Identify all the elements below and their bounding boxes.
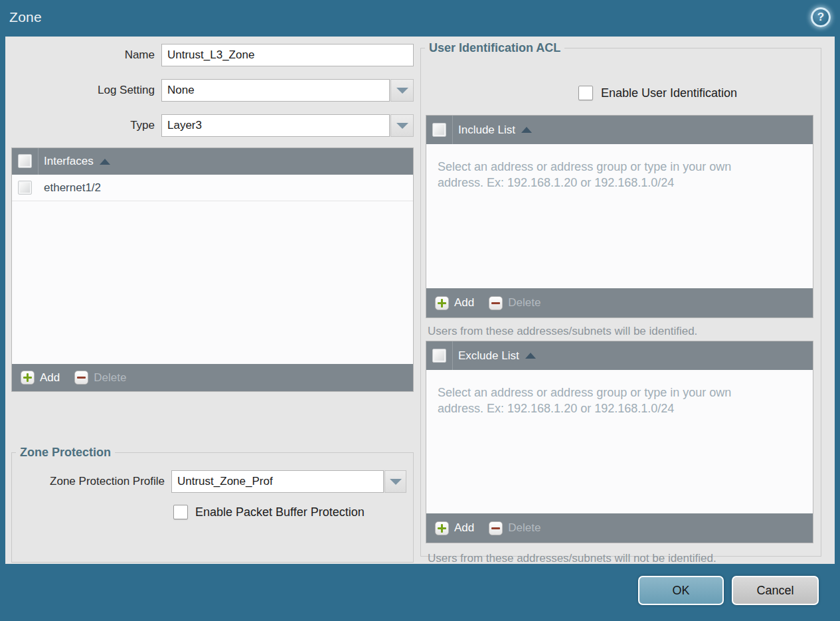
delete-label: Delete bbox=[508, 296, 541, 310]
log-setting-label: Log Setting bbox=[5, 79, 155, 102]
log-setting-dropdown-button[interactable] bbox=[390, 79, 414, 102]
zone-protection-section: Zone Protection Zone Protection Profile … bbox=[11, 446, 414, 563]
delete-include-button[interactable]: Delete bbox=[489, 296, 541, 310]
add-label: Add bbox=[40, 371, 60, 385]
include-list-body: Select an address or address group or ty… bbox=[426, 144, 813, 288]
log-setting-select[interactable]: None bbox=[161, 79, 414, 102]
exclude-list-placeholder: Select an address or address group or ty… bbox=[438, 385, 773, 416]
exclude-header-checkbox-cell bbox=[426, 341, 453, 370]
exclude-select-all-checkbox[interactable] bbox=[432, 349, 446, 363]
zone-protection-legend: Zone Protection bbox=[16, 446, 115, 460]
add-label: Add bbox=[454, 296, 474, 310]
packet-buffer-label: Enable Packet Buffer Protection bbox=[195, 505, 365, 519]
interfaces-table-toolbar: Add Delete bbox=[12, 364, 413, 391]
delete-icon bbox=[489, 521, 503, 535]
enable-user-identification-label: Enable User Identification bbox=[601, 86, 737, 100]
add-icon bbox=[435, 521, 449, 535]
include-header-label: Include List bbox=[458, 124, 515, 137]
zone-protection-profile-label: Zone Protection Profile bbox=[12, 475, 165, 488]
enable-packet-buffer-checkbox[interactable] bbox=[173, 505, 188, 519]
chevron-down-icon bbox=[390, 479, 402, 485]
include-column-header[interactable]: Include List bbox=[458, 116, 532, 144]
add-exclude-button[interactable]: Add bbox=[435, 521, 474, 535]
enable-user-identification-row: Enable User Identification bbox=[578, 86, 737, 100]
exclude-list-toolbar: Add Delete bbox=[426, 513, 813, 543]
exclude-list-caption: Users from these addresses/subnets will … bbox=[428, 552, 716, 565]
add-icon bbox=[435, 296, 449, 310]
interfaces-header-checkbox-cell bbox=[12, 148, 39, 175]
include-list-placeholder: Select an address or address group or ty… bbox=[438, 159, 773, 191]
name-input[interactable] bbox=[161, 44, 414, 66]
delete-icon bbox=[74, 371, 88, 385]
zone-protection-profile-select[interactable]: Untrust_Zone_Prof bbox=[171, 470, 406, 493]
zone-dialog: Zone ? Name Log Setting None Type Layer3 bbox=[0, 0, 840, 621]
exclude-list-table: Exclude List Select an address or addres… bbox=[426, 341, 813, 543]
interfaces-table-header[interactable]: Interfaces bbox=[12, 148, 413, 175]
include-list-table: Include List Select an address or addres… bbox=[426, 115, 813, 318]
interfaces-select-all-checkbox[interactable] bbox=[18, 154, 32, 168]
exclude-header-label: Exclude List bbox=[458, 349, 519, 363]
cancel-button[interactable]: Cancel bbox=[732, 576, 819, 605]
user-identification-legend: User Identification ACL bbox=[425, 41, 564, 55]
enable-user-identification-checkbox[interactable] bbox=[578, 86, 593, 100]
interfaces-table: Interfaces ethernet1/2 Add Delete bbox=[11, 147, 414, 392]
interfaces-header-label: Interfaces bbox=[44, 155, 94, 168]
add-include-button[interactable]: Add bbox=[435, 296, 474, 310]
zone-protection-profile-row: Zone Protection Profile Untrust_Zone_Pro… bbox=[12, 470, 413, 493]
type-row: Type Layer3 bbox=[5, 114, 420, 137]
dialog-content: Name Log Setting None Type Layer3 bbox=[5, 37, 835, 564]
help-icon[interactable]: ? bbox=[811, 7, 831, 27]
interface-name: ethernet1/2 bbox=[44, 175, 101, 201]
log-setting-row: Log Setting None bbox=[5, 79, 420, 102]
sort-ascending-icon bbox=[521, 127, 532, 133]
include-header-checkbox-cell bbox=[426, 116, 453, 144]
user-identification-section: User Identification ACL Enable User Iden… bbox=[420, 41, 821, 557]
dialog-title: Zone bbox=[9, 0, 42, 35]
log-setting-value[interactable]: None bbox=[161, 79, 390, 102]
table-row[interactable]: ethernet1/2 bbox=[12, 175, 413, 201]
add-interface-button[interactable]: Add bbox=[21, 371, 60, 385]
type-value[interactable]: Layer3 bbox=[161, 114, 390, 137]
interfaces-table-body: ethernet1/2 bbox=[12, 175, 413, 364]
type-select[interactable]: Layer3 bbox=[161, 114, 414, 137]
exclude-column-header[interactable]: Exclude List bbox=[458, 341, 536, 370]
delete-exclude-button[interactable]: Delete bbox=[489, 521, 541, 535]
delete-label: Delete bbox=[508, 521, 541, 535]
delete-label: Delete bbox=[94, 371, 126, 385]
ok-button[interactable]: OK bbox=[638, 576, 724, 605]
name-row: Name bbox=[5, 44, 420, 66]
add-icon bbox=[21, 371, 35, 385]
exclude-list-header[interactable]: Exclude List bbox=[426, 341, 813, 370]
title-bar: Zone ? bbox=[0, 0, 840, 37]
sort-ascending-icon bbox=[525, 353, 536, 359]
sort-ascending-icon bbox=[100, 159, 110, 165]
type-dropdown-button[interactable] bbox=[390, 114, 414, 137]
interfaces-column-header[interactable]: Interfaces bbox=[44, 148, 110, 175]
exclude-list-body: Select an address or address group or ty… bbox=[426, 370, 813, 513]
include-select-all-checkbox[interactable] bbox=[432, 123, 446, 137]
type-label: Type bbox=[5, 114, 155, 137]
chevron-down-icon bbox=[396, 88, 408, 94]
include-list-toolbar: Add Delete bbox=[426, 288, 813, 317]
include-list-caption: Users from these addresses/subnets will … bbox=[428, 325, 697, 338]
zone-protection-profile-value[interactable]: Untrust_Zone_Prof bbox=[171, 470, 384, 493]
zone-protection-profile-dropdown-button[interactable] bbox=[384, 470, 406, 493]
include-list-header[interactable]: Include List bbox=[426, 116, 813, 144]
delete-interface-button[interactable]: Delete bbox=[74, 371, 126, 385]
packet-buffer-row: Enable Packet Buffer Protection bbox=[12, 505, 413, 519]
interface-row-checkbox[interactable] bbox=[18, 181, 32, 195]
add-label: Add bbox=[454, 521, 474, 535]
delete-icon bbox=[489, 296, 503, 310]
name-label: Name bbox=[5, 44, 155, 66]
chevron-down-icon bbox=[396, 123, 408, 129]
